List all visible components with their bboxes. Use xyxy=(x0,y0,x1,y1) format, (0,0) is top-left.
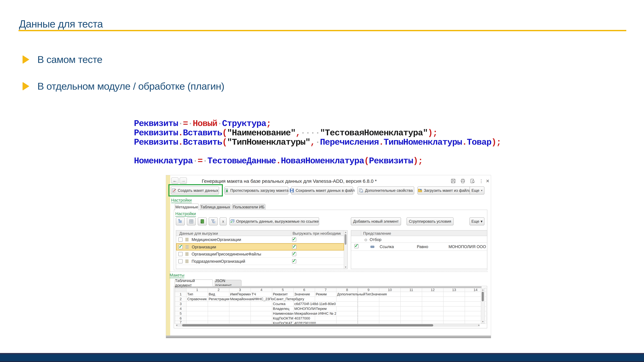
tab-users[interactable]: Пользователи ИБ xyxy=(232,204,266,210)
sheet-column-header[interactable]: 8 xyxy=(336,288,358,292)
sheet-cell[interactable] xyxy=(230,316,251,321)
sheet-cell[interactable]: 40281561000 xyxy=(294,321,315,324)
close-icon[interactable]: ✕ xyxy=(485,178,490,184)
sheet-cell[interactable]: Значение xyxy=(294,292,315,297)
ondemand-checkbox[interactable]: ✓ xyxy=(292,252,296,256)
sheet-cell[interactable] xyxy=(208,316,230,321)
sheet-cell[interactable] xyxy=(315,316,336,321)
sheet-cell[interactable] xyxy=(208,302,230,307)
scroll-left-icon[interactable]: ◂ xyxy=(176,324,177,327)
sheet-cell[interactable] xyxy=(358,321,379,324)
row-checkbox[interactable]: ✓ xyxy=(178,245,183,249)
preview-icon[interactable] xyxy=(470,178,475,184)
sheet-cell[interactable] xyxy=(230,307,251,311)
sheet-cell[interactable] xyxy=(422,311,444,316)
tab-datatable[interactable]: Таблица данных xyxy=(200,204,230,210)
sheet-cell[interactable]: ИмяПеремен xyxy=(230,292,251,297)
scroll-right-icon[interactable]: ▸ xyxy=(478,324,480,327)
sheet-row-header[interactable]: 4 xyxy=(175,307,186,311)
sheet-vertical-scrollbar[interactable]: ▲ ▼ xyxy=(481,288,485,324)
sheet-column-header[interactable]: 11 xyxy=(401,288,422,292)
sheet-cell[interactable] xyxy=(315,321,336,324)
sheet-cell[interactable] xyxy=(336,297,358,302)
sheet-column-header[interactable]: 3 xyxy=(230,288,251,292)
sheet-column-header[interactable]: 9 xyxy=(358,288,379,292)
scroll-down-icon[interactable]: ▼ xyxy=(344,266,347,268)
sheet-cell[interactable] xyxy=(444,297,465,302)
sheet-cell[interactable] xyxy=(251,302,272,307)
tab-metadata[interactable]: Метаданные xyxy=(175,204,199,210)
back-button[interactable]: ← xyxy=(171,177,178,184)
sheet-column-header[interactable]: 1 xyxy=(186,288,208,292)
sheet-cell[interactable]: Тип xyxy=(186,292,208,297)
sheet-cell[interactable] xyxy=(401,307,422,311)
row-checkbox[interactable] xyxy=(178,238,182,242)
sheet-cell[interactable] xyxy=(336,302,358,307)
tab-json-document[interactable]: JSON документ xyxy=(214,280,242,286)
sheet-cell[interactable]: Межрайонная ИФНС № 2 xyxy=(294,311,315,316)
sheet-cell[interactable] xyxy=(186,302,208,307)
sheet-cell[interactable]: Ссылка xyxy=(272,302,294,307)
create-layout-button[interactable]: Создать макет данных xyxy=(171,186,219,195)
sheet-cell[interactable]: c6d7704f-148d-11e8-80e0 xyxy=(294,302,315,307)
table-row[interactable]: ОрганизацииПрисоединенныеФайлы ✓ xyxy=(176,251,344,258)
filter-row-checkbox[interactable]: ✓ xyxy=(354,244,358,248)
scroll-down-icon[interactable]: ▼ xyxy=(482,320,484,323)
sheet-cell[interactable]: ТЧ xyxy=(251,292,272,297)
sheet-cell[interactable] xyxy=(251,311,272,316)
sheet-column-header[interactable]: 5 xyxy=(272,288,294,292)
sheet-cell[interactable] xyxy=(444,321,465,324)
sheet-cell[interactable]: ДополнительныйТипЗначения xyxy=(336,292,358,297)
sheet-cell[interactable] xyxy=(208,321,230,324)
sheet-horizontal-scrollbar[interactable]: ◂ ▸ xyxy=(176,324,480,327)
sheet-cell[interactable]: Вид xyxy=(208,292,230,297)
sheet-cell[interactable] xyxy=(186,307,208,311)
settings-inner-link[interactable]: Настройки xyxy=(175,211,196,217)
sheet-row-header[interactable]: 2 xyxy=(175,297,186,302)
define-data-button[interactable]: Определить данные, выгружаемые по ссылке xyxy=(230,217,319,225)
more-button[interactable]: Еще▾ xyxy=(470,186,484,195)
sheet-cell[interactable] xyxy=(444,316,465,321)
sheet-cell[interactable] xyxy=(230,311,251,316)
tree-view-button[interactable] xyxy=(176,217,185,225)
sheet-cell[interactable] xyxy=(444,307,465,311)
sheet-cell[interactable]: КодПоОКТМ xyxy=(272,316,294,321)
sheet-row-header[interactable]: 1 xyxy=(175,292,186,297)
more-settings-button[interactable]: Еще▾ xyxy=(470,217,484,225)
sheet-cell[interactable] xyxy=(336,307,358,311)
sheet-cell[interactable] xyxy=(358,316,379,321)
row-checkbox[interactable] xyxy=(178,259,182,263)
sheet-cell[interactable] xyxy=(379,302,401,307)
sheet-cell[interactable] xyxy=(401,321,422,324)
sheet-cell[interactable] xyxy=(208,307,230,311)
sheet-cell[interactable] xyxy=(336,321,358,324)
group-conditions-button[interactable]: Сгруппировать условия xyxy=(406,217,454,225)
sheet-column-header[interactable]: 4 xyxy=(251,288,272,292)
sheet-cell[interactable] xyxy=(444,292,465,297)
sheet-cell[interactable] xyxy=(315,297,336,302)
sheet-cell[interactable] xyxy=(422,321,444,324)
sheet-cell[interactable] xyxy=(379,321,401,324)
sheet-cell[interactable] xyxy=(422,307,444,311)
scroll-up-icon[interactable]: ▲ xyxy=(344,231,347,233)
sheet-cell[interactable] xyxy=(358,311,379,316)
sheet-cell[interactable] xyxy=(336,311,358,316)
sheet-cell[interactable] xyxy=(208,311,230,316)
sheet-cell[interactable] xyxy=(422,297,444,302)
sheet-corner-cell[interactable] xyxy=(175,288,186,292)
settings-link[interactable]: Настройки xyxy=(171,198,192,203)
table-row[interactable]: МедицинскиеОрганизации ✓ xyxy=(176,236,344,243)
sheet-cell[interactable]: Справочник xyxy=(186,297,208,302)
sheet-cell[interactable]: Перем xyxy=(315,307,336,311)
sheet-cell[interactable] xyxy=(379,307,401,311)
save-layout-button[interactable]: Сохранить макет данных в файл xyxy=(291,186,353,195)
sheet-cell[interactable] xyxy=(186,316,208,321)
sheet-cell[interactable] xyxy=(251,321,272,324)
more-menu-icon[interactable]: ⋮ xyxy=(479,178,484,184)
scrollbar-thumb[interactable] xyxy=(182,324,433,327)
sheet-cell[interactable]: Реквизит xyxy=(272,292,294,297)
filter-button[interactable] xyxy=(209,217,218,225)
sheet-cell[interactable] xyxy=(379,297,401,302)
sheet-cell[interactable] xyxy=(444,311,465,316)
sheet-column-header[interactable]: 6 xyxy=(294,288,315,292)
